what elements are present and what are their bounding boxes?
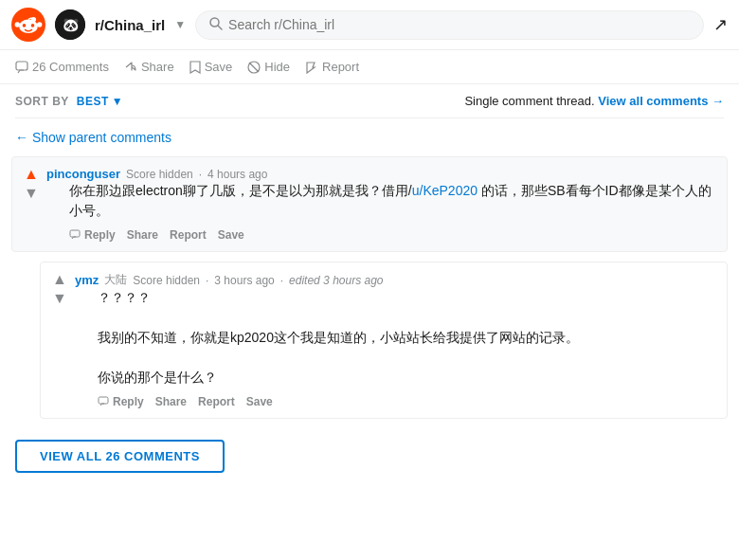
comment-line-2: 我别的不知道，你就是kp2020这个我是知道的，小站站长给我提供了网站的记录。 (98, 328, 715, 348)
save-comment-action-2[interactable]: Save (246, 395, 273, 408)
svg-text:🐼: 🐼 (63, 17, 80, 33)
comment-time-2: 3 hours ago (214, 274, 274, 287)
hide-icon (247, 61, 261, 74)
comment-edited-2: edited 3 hours ago (289, 274, 383, 287)
vote-column: ▲ ▼ (24, 167, 39, 201)
reply-icon-2 (98, 396, 109, 407)
comment-dot: · (199, 168, 202, 181)
reply-action-2[interactable]: Reply (98, 395, 144, 408)
reply-label: Reply (84, 228, 116, 242)
comment-meta-2: ymz 大陆 Score hidden · 3 hours ago · edit… (75, 272, 715, 288)
comment-line-3: 你说的那个是什么？ (98, 368, 715, 388)
comment-line-1: ？？？？ (98, 288, 715, 308)
subreddit-dropdown-icon[interactable]: ▼ (174, 18, 186, 31)
page-header: 🐼 r/China_irl ▼ ↗ (0, 0, 739, 50)
report-label: Report (322, 60, 359, 74)
share-label: Share (141, 60, 174, 74)
search-bar[interactable] (195, 10, 704, 40)
report-comment-action[interactable]: Report (170, 228, 207, 242)
comment-score: Score hidden (126, 168, 193, 181)
subreddit-avatar[interactable]: 🐼 (55, 9, 85, 40)
view-all-comments-button[interactable]: VIEW ALL 26 COMMENTS (15, 440, 225, 473)
svg-rect-13 (16, 62, 27, 70)
reddit-logo[interactable] (11, 8, 45, 42)
single-thread-info: Single comment thread. View all comments… (464, 94, 724, 108)
hide-label: Hide (264, 60, 290, 74)
show-parent-comments-label: ← Show parent comments (15, 130, 171, 145)
comment-dot-2: · (206, 274, 208, 287)
comment-meta: pinconguser Score hidden · 4 hours ago (46, 167, 715, 181)
report-icon (305, 61, 318, 74)
single-thread-label: Single comment thread. (464, 94, 594, 108)
svg-rect-16 (70, 230, 80, 237)
comment-body-2: ？？？？ 我别的不知道，你就是kp2020这个我是知道的，小站站长给我提供了网站… (98, 288, 715, 388)
search-icon (209, 17, 223, 33)
comments-action[interactable]: 26 Comments (15, 60, 109, 74)
comment-item-nested: ▲ ▼ ymz 大陆 Score hidden · 3 hours ago · … (40, 262, 728, 419)
report-comment-label: Report (170, 228, 207, 242)
sort-label: SORT BY (15, 95, 69, 108)
share-action[interactable]: Share (124, 60, 174, 74)
reply-icon (69, 229, 81, 241)
vote-column-2: ▲ ▼ (52, 272, 67, 306)
view-all-comments-link[interactable]: View all comments → (598, 94, 724, 108)
share-icon (124, 61, 137, 74)
show-parent-comments-button[interactable]: ← Show parent comments (0, 118, 739, 156)
save-label: Save (205, 60, 233, 74)
comment-author-2[interactable]: ymz (75, 273, 99, 287)
comment-time: 4 hours ago (207, 168, 267, 181)
share-comment-label: Share (127, 228, 158, 242)
share-comment-label-2: Share (155, 395, 187, 408)
svg-line-15 (249, 63, 259, 72)
comment-dot-3: · (280, 274, 283, 287)
save-comment-label: Save (218, 228, 244, 242)
downvote-button-2[interactable]: ▼ (52, 291, 67, 306)
upvote-button-2[interactable]: ▲ (52, 272, 67, 287)
save-comment-label-2: Save (246, 395, 273, 408)
hide-action[interactable]: Hide (247, 60, 290, 74)
comment-actions-2: Reply Share Report Save (98, 395, 715, 408)
share-comment-action-2[interactable]: Share (155, 395, 187, 408)
save-icon (189, 61, 201, 74)
view-all-btn-wrap: VIEW ALL 26 COMMENTS (0, 428, 739, 484)
report-comment-label-2: Report (198, 395, 235, 408)
comment-author[interactable]: pinconguser (46, 167, 120, 181)
share-comment-action[interactable]: Share (127, 228, 158, 242)
sort-best-label: BEST (77, 95, 109, 108)
comment-item: ▲ ▼ pinconguser Score hidden · 4 hours a… (11, 156, 728, 252)
comments-section: ▲ ▼ pinconguser Score hidden · 4 hours a… (0, 156, 739, 419)
comment-tag-2: 大陆 (104, 272, 127, 288)
reply-action[interactable]: Reply (69, 228, 116, 242)
svg-line-12 (218, 26, 222, 29)
sort-dropdown-icon: ▼ (112, 95, 123, 108)
comment-score-2: Score hidden (133, 274, 200, 287)
reply-label-2: Reply (113, 395, 144, 408)
comments-count: 26 Comments (32, 60, 109, 74)
save-action[interactable]: Save (189, 60, 233, 74)
svg-rect-17 (99, 397, 108, 404)
comment-icon (15, 61, 28, 74)
downvote-button[interactable]: ▼ (24, 186, 39, 201)
report-comment-action-2[interactable]: Report (198, 395, 235, 408)
search-input[interactable] (228, 17, 690, 32)
sort-best-button[interactable]: BEST ▼ (77, 95, 123, 108)
comment-body: 你在那边跟electron聊了几版，是不是以为那就是我？借用/u/KeP2020… (69, 181, 715, 221)
subreddit-name[interactable]: r/China_irl (95, 17, 165, 33)
post-action-bar: 26 Comments Share Save Hide Report (0, 50, 739, 84)
comment-actions: Reply Share Report Save (69, 228, 715, 242)
user-link[interactable]: u/KeP2020 (412, 183, 478, 198)
upvote-button[interactable]: ▲ (24, 167, 39, 182)
save-comment-action[interactable]: Save (218, 228, 244, 242)
trending-icon[interactable]: ↗ (713, 14, 728, 35)
sort-bar: SORT BY BEST ▼ Single comment thread. Vi… (0, 84, 739, 117)
report-action[interactable]: Report (305, 60, 359, 74)
